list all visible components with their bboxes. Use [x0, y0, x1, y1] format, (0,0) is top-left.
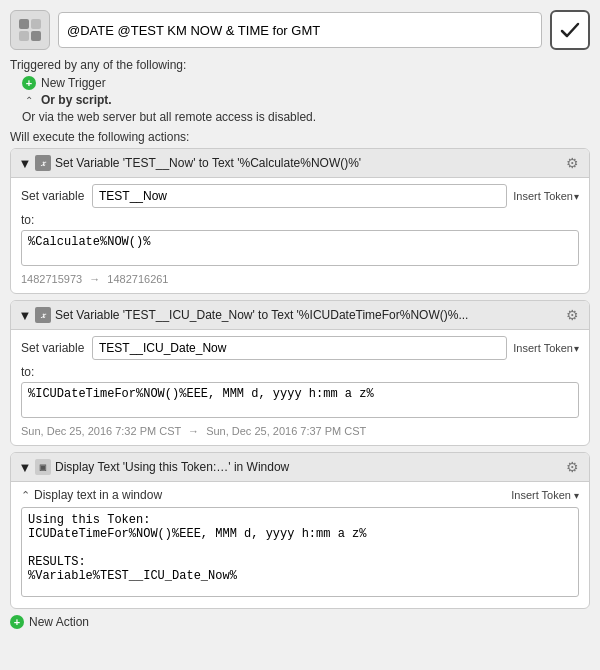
action-3-type-icon: ▣: [35, 459, 51, 475]
action-1-to-label: to:: [21, 213, 579, 227]
new-action-row[interactable]: + New Action: [10, 615, 590, 629]
script-icon: ⌃: [22, 93, 36, 107]
action-2-title: Set Variable 'TEST__ICU_Date_Now' to Tex…: [55, 308, 559, 322]
action-3-trigger-row: ⌃ Display text in a window Insert Token: [21, 488, 579, 502]
svg-rect-0: [19, 19, 29, 29]
action-2-to-textarea[interactable]: [21, 382, 579, 418]
header: [10, 10, 590, 50]
action-1-result: 1482715973 → 1482716261: [21, 273, 579, 285]
action-3-title: Display Text 'Using this Token:…' in Win…: [55, 460, 559, 474]
macro-icon: [10, 10, 50, 50]
macro-icon-svg: [17, 17, 43, 43]
action-3-display-textarea[interactable]: [21, 507, 579, 597]
action-2-variable-input[interactable]: [92, 336, 507, 360]
collapse-action-2-button[interactable]: ▼: [19, 309, 31, 321]
action-header-1: ▼ 𝑥 Set Variable 'TEST__Now' to Text '%C…: [11, 149, 589, 178]
action-card-1: ▼ 𝑥 Set Variable 'TEST__Now' to Text '%C…: [10, 148, 590, 294]
action-1-title: Set Variable 'TEST__Now' to Text '%Calcu…: [55, 156, 559, 170]
checkmark-icon: [558, 18, 582, 42]
action-1-variable-input[interactable]: [92, 184, 507, 208]
action-2-result: Sun, Dec 25, 2016 7:32 PM CST → Sun, Dec…: [21, 425, 579, 437]
or-script-label: Or by script.: [41, 93, 112, 107]
action-header-2: ▼ 𝑥 Set Variable 'TEST__ICU_Date_Now' to…: [11, 301, 589, 330]
triggers-section: Triggered by any of the following: + New…: [10, 58, 590, 124]
new-trigger-item[interactable]: + New Trigger: [22, 76, 590, 90]
action-3-gear-button[interactable]: ⚙: [563, 458, 581, 476]
new-trigger-label: New Trigger: [41, 76, 106, 90]
macro-title-input[interactable]: [58, 12, 542, 48]
new-trigger-plus-icon: +: [22, 76, 36, 90]
checkmark-button[interactable]: [550, 10, 590, 50]
svg-rect-2: [19, 31, 29, 41]
action-card-2: ▼ 𝑥 Set Variable 'TEST__ICU_Date_Now' to…: [10, 300, 590, 446]
action-header-3: ▼ ▣ Display Text 'Using this Token:…' in…: [11, 453, 589, 482]
new-action-label: New Action: [29, 615, 89, 629]
or-script-item: ⌃ Or by script.: [22, 93, 590, 107]
actions-label: Will execute the following actions:: [10, 130, 590, 144]
action-3-expand-icon[interactable]: ⌃: [21, 489, 30, 502]
or-web-label: Or via the web server but all remote acc…: [22, 110, 590, 124]
action-1-to-textarea[interactable]: [21, 230, 579, 266]
action-1-gear-button[interactable]: ⚙: [563, 154, 581, 172]
action-card-3: ▼ ▣ Display Text 'Using this Token:…' in…: [10, 452, 590, 609]
action-2-variable-label: Set variable: [21, 341, 86, 355]
action-3-insert-token-button[interactable]: Insert Token: [511, 489, 579, 501]
action-1-body: Set variable Insert Token to: 1482715973…: [11, 178, 589, 293]
action-3-body: ⌃ Display text in a window Insert Token: [11, 482, 589, 608]
action-3-trigger-text: Display text in a window: [34, 488, 162, 502]
svg-rect-1: [31, 19, 41, 29]
action-2-body: Set variable Insert Token to: Sun, Dec 2…: [11, 330, 589, 445]
triggered-by-label: Triggered by any of the following:: [10, 58, 590, 72]
action-1-variable-label: Set variable: [21, 189, 86, 203]
action-2-insert-token-button[interactable]: Insert Token: [513, 342, 579, 354]
action-2-type-icon: 𝑥: [35, 307, 51, 323]
action-1-variable-row: Set variable Insert Token: [21, 184, 579, 208]
action-1-type-icon: 𝑥: [35, 155, 51, 171]
collapse-action-3-button[interactable]: ▼: [19, 461, 31, 473]
collapse-action-1-button[interactable]: ▼: [19, 157, 31, 169]
action-2-gear-button[interactable]: ⚙: [563, 306, 581, 324]
action-1-insert-token-button[interactable]: Insert Token: [513, 190, 579, 202]
action-2-variable-row: Set variable Insert Token: [21, 336, 579, 360]
svg-rect-3: [31, 31, 41, 41]
action-2-to-label: to:: [21, 365, 579, 379]
new-action-plus-icon: +: [10, 615, 24, 629]
